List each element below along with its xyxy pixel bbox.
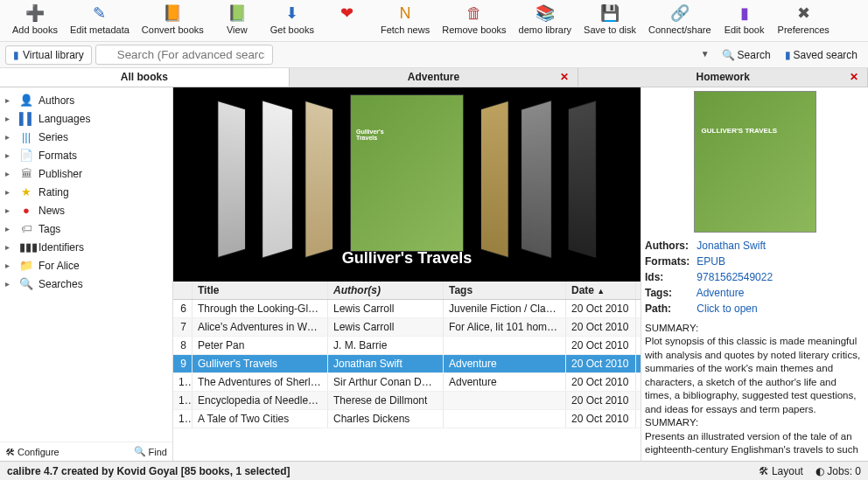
toolbar-label: Get books <box>270 24 314 35</box>
table-row[interactable]: 11Encyclopedia of NeedleworkTherese de D… <box>173 392 640 410</box>
cell-date: 20 Oct 2010 <box>566 337 636 354</box>
coverflow[interactable]: Gulliver's Travels <box>173 87 640 282</box>
toolbar-edit-metadata[interactable]: ✎Edit metadata <box>65 2 135 37</box>
search-btn-label: Search <box>738 49 771 61</box>
toolbar-view[interactable]: 📗View <box>211 2 263 37</box>
category-icon: ● <box>19 204 33 217</box>
cell-tags <box>444 410 566 428</box>
formats-link[interactable]: EPUB <box>696 255 725 268</box>
sidebar-item-label: Tags <box>38 223 60 235</box>
search-icon: 🔍 <box>722 49 735 61</box>
sidebar-item-authors[interactable]: ▸👤Authors <box>0 91 172 109</box>
col-authors[interactable]: Author(s) <box>328 282 444 299</box>
col-title[interactable]: Title <box>192 282 328 299</box>
sidebar-item-languages[interactable]: ▸▌▌Languages <box>0 109 172 128</box>
table-row[interactable]: 6Through the Looking-GlassLewis CarrollJ… <box>173 300 640 318</box>
chevron-down-icon[interactable]: ▼ <box>701 49 710 59</box>
table-row[interactable]: 7Alice's Adventures in Wonderl…Lewis Car… <box>173 318 640 337</box>
authors-link[interactable]: Jonathan Swift <box>696 240 766 252</box>
cell-tags <box>444 392 566 409</box>
close-icon[interactable]: ✕ <box>560 71 569 83</box>
toolbar-demo-library[interactable]: 📚demo library <box>514 2 578 37</box>
sidebar-item-rating[interactable]: ▸★Rating <box>0 183 172 201</box>
toolbar-label: Edit metadata <box>70 24 130 35</box>
summary-label: SUMMARY: <box>645 322 864 336</box>
toolbar-remove-books[interactable]: 🗑Remove books <box>437 2 511 37</box>
toolbar-preferences[interactable]: ✖Preferences <box>773 2 835 37</box>
saved-search-button[interactable]: ▮ Saved search <box>780 46 863 64</box>
sidebar-item-publisher[interactable]: ▸🏛Publisher <box>0 164 172 183</box>
cell-author: J. M. Barrie <box>328 337 444 354</box>
cover-thumb[interactable] <box>481 101 509 258</box>
toolbar-label: Connect/share <box>648 24 711 35</box>
sidebar-item-formats[interactable]: ▸📄Formats <box>0 146 172 164</box>
ids-label: Ids: <box>645 269 694 285</box>
cell-date: 20 Oct 2010 <box>566 392 636 409</box>
cover-current[interactable] <box>350 94 464 252</box>
path-link[interactable]: Click to open <box>696 303 757 315</box>
cell-num: 10 <box>173 373 192 391</box>
sidebar-item-label: Formats <box>38 150 77 162</box>
cover-thumb[interactable] <box>218 101 246 258</box>
cell-author: Lewis Carroll <box>328 300 444 317</box>
virtual-library-button[interactable]: ▮ Virtual library <box>5 45 92 65</box>
path-label: Path: <box>645 301 694 317</box>
cell-num: 12 <box>173 410 192 428</box>
toolbar-donate[interactable]: ❤ <box>321 2 374 26</box>
category-icon: ▌▌ <box>19 112 33 125</box>
book-details: Authors: Jonathan Swift Formats: EPUB Id… <box>640 87 868 461</box>
table-row[interactable]: 8Peter PanJ. M. Barrie20 Oct 2010 <box>173 337 640 355</box>
toolbar-icon: ▮ <box>735 3 754 23</box>
table-row[interactable]: 9Gulliver's TravelsJonathan SwiftAdventu… <box>173 355 640 373</box>
toolbar-icon: ⬇ <box>283 3 302 23</box>
toolbar-convert-books[interactable]: 📙Convert books <box>136 2 209 37</box>
sidebar-item-news[interactable]: ▸●News <box>0 201 172 219</box>
search-button[interactable]: 🔍 Search <box>717 46 776 64</box>
cover-thumb[interactable] <box>262 100 293 258</box>
layout-button[interactable]: 🛠 Layout <box>759 465 803 477</box>
ids-link[interactable]: 9781562549022 <box>696 271 773 283</box>
search-input[interactable] <box>95 45 273 65</box>
col-num[interactable] <box>173 282 192 299</box>
find-button[interactable]: 🔍 Find <box>134 446 167 457</box>
chevron-right-icon: ▸ <box>5 169 14 178</box>
sidebar-item-for-alice[interactable]: ▸📁For Alice <box>0 256 172 275</box>
sidebar-item-tags[interactable]: ▸🏷Tags <box>0 219 172 238</box>
toolbar-fetch-news[interactable]: NFetch news <box>375 2 435 37</box>
sidebar-item-searches[interactable]: ▸🔍Searches <box>0 275 172 293</box>
cover-thumb[interactable] <box>522 100 552 258</box>
jobs-button[interactable]: ◐ Jobs: 0 <box>816 465 861 477</box>
toolbar-connect/share[interactable]: 🔗Connect/share <box>643 2 717 37</box>
close-icon[interactable]: ✕ <box>850 71 858 83</box>
sidebar-item-series[interactable]: ▸|||Series <box>0 128 172 146</box>
cover-thumb[interactable] <box>305 101 333 258</box>
bookmark-icon: ▮ <box>785 49 791 61</box>
chevron-right-icon: ▸ <box>5 242 14 252</box>
col-date[interactable]: Date ▲ <box>566 282 636 299</box>
sidebar-item-label: Searches <box>38 278 83 290</box>
tags-link[interactable]: Adventure <box>696 287 745 299</box>
toolbar-add-books[interactable]: ➕Add books <box>7 2 63 37</box>
toolbar-get-books[interactable]: ⬇Get books <box>265 2 319 37</box>
chevron-right-icon: ▸ <box>5 261 14 270</box>
sidebar-item-label: Series <box>38 131 68 143</box>
tab-all-books[interactable]: All books <box>0 68 290 87</box>
table-row[interactable]: 10The Adventures of Sherlock H…Sir Arthu… <box>173 373 640 392</box>
table-header: Title Author(s) Tags Date ▲ <box>173 282 640 300</box>
toolbar-edit-book[interactable]: ▮Edit book <box>718 2 771 37</box>
cover-thumb[interactable] <box>569 101 597 258</box>
wrench-icon: 🛠 <box>5 447 15 457</box>
col-tags[interactable]: Tags <box>444 282 566 299</box>
detail-cover[interactable] <box>694 91 816 233</box>
tab-adventure[interactable]: Adventure✕ <box>290 68 579 87</box>
toolbar-save-to-disk[interactable]: 💾Save to disk <box>578 2 641 37</box>
cell-author: Jonathan Swift <box>328 355 444 372</box>
configure-button[interactable]: 🛠 Configure <box>5 446 60 457</box>
category-icon: 📁 <box>19 259 33 272</box>
sidebar-item-identifiers[interactable]: ▸▮▮▮Identifiers <box>0 238 172 256</box>
table-row[interactable]: 12A Tale of Two CitiesCharles Dickens20 … <box>173 410 640 428</box>
tags-label: Tags: <box>645 285 694 301</box>
toolbar-icon: ❤ <box>338 3 357 23</box>
tab-homework[interactable]: Homework✕ <box>578 68 868 87</box>
toolbar-label: Fetch news <box>381 24 430 35</box>
